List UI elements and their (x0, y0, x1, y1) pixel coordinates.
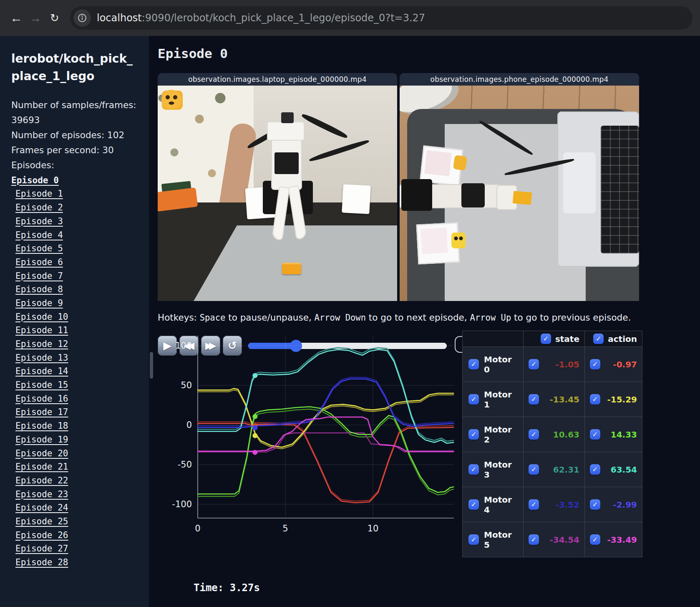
list-item: Episode 11 (11, 324, 136, 337)
episodes-label: Episodes: (11, 158, 136, 173)
hotkeys-mid2: to go to next episode, (366, 312, 470, 323)
episode-link[interactable]: Episode 5 (11, 243, 63, 253)
action-checkbox[interactable]: ✓ (590, 394, 600, 405)
action-checkbox[interactable]: ✓ (590, 429, 600, 440)
info-icon[interactable] (73, 9, 91, 27)
list-item: Episode 6 (11, 255, 136, 269)
motor-row-checkbox[interactable]: ✓ (468, 429, 479, 440)
time-cursor-dot (252, 433, 257, 438)
list-item: Episode 7 (11, 269, 136, 283)
state-checkbox[interactable]: ✓ (529, 464, 539, 475)
smiley-card (342, 184, 370, 214)
motor-row-checkbox[interactable]: ✓ (468, 394, 479, 405)
action-checkbox[interactable]: ✓ (590, 359, 600, 369)
episode-link[interactable]: Episode 9 (11, 298, 63, 308)
episode-link[interactable]: Episode 28 (11, 557, 68, 567)
state-value: -34.54 (549, 535, 579, 545)
episode-link[interactable]: Episode 24 (11, 503, 68, 513)
list-item: Episode 1 (11, 187, 136, 201)
video-label-phone: observation.images.phone_episode_000000.… (400, 73, 639, 86)
episode-link[interactable]: Episode 13 (11, 353, 68, 363)
state-column-checkbox[interactable]: ✓ (541, 334, 551, 344)
motor-label: Motor 2 (484, 425, 520, 445)
stat-fps: Frames per second: 30 (11, 143, 136, 158)
chart-line-action (198, 423, 453, 503)
page-title: Episode 0 (158, 46, 228, 61)
state-checkbox[interactable]: ✓ (529, 499, 539, 510)
episode-link[interactable]: Episode 18 (11, 421, 68, 431)
scrollbar-thumb[interactable] (150, 352, 153, 379)
hotkeys-suffix: to go to previous episode. (511, 312, 631, 323)
action-value: 14.33 (611, 430, 637, 440)
episode-link[interactable]: Episode 17 (11, 407, 68, 417)
header-state: ✓state (524, 331, 585, 347)
url-host: localhost (97, 12, 142, 24)
motor-row-checkbox[interactable]: ✓ (468, 534, 479, 545)
state-checkbox[interactable]: ✓ (529, 359, 539, 369)
x-tick-label: 0 (195, 524, 200, 534)
address-bar[interactable]: localhost:9090/lerobot/koch_pick_place_1… (70, 6, 692, 30)
state-checkbox[interactable]: ✓ (529, 534, 539, 545)
episode-link[interactable]: Episode 0 (11, 175, 59, 185)
motor-label: Motor 4 (484, 495, 520, 515)
motor-row-checkbox[interactable]: ✓ (468, 464, 479, 475)
action-checkbox[interactable]: ✓ (590, 499, 600, 510)
motor-chart: 100500-50-1000510 Time: 3.27s (158, 328, 456, 607)
episode-link[interactable]: Episode 20 (11, 448, 68, 458)
episode-link[interactable]: Episode 22 (11, 475, 68, 486)
url-text: localhost:9090/lerobot/koch_pick_place_1… (97, 12, 425, 24)
motor-row-checkbox[interactable]: ✓ (468, 499, 479, 510)
robot-joint (401, 179, 432, 211)
episode-link[interactable]: Episode 14 (11, 366, 68, 376)
white-box-inside (421, 228, 448, 254)
episode-link[interactable]: Episode 6 (11, 257, 63, 267)
state-value: 10.63 (553, 430, 579, 440)
episode-link[interactable]: Episode 8 (11, 284, 63, 294)
episode-link[interactable]: Episode 1 (11, 189, 63, 199)
white-box-inside (424, 150, 452, 176)
list-item: Episode 25 (11, 515, 136, 529)
episode-link[interactable]: Episode 4 (11, 230, 63, 240)
episode-link[interactable]: Episode 19 (11, 435, 68, 445)
action-checkbox[interactable]: ✓ (590, 534, 600, 545)
state-checkbox[interactable]: ✓ (529, 394, 539, 405)
episode-link[interactable]: Episode 27 (11, 544, 68, 554)
forward-icon[interactable]: → (26, 8, 45, 28)
stat-episodes: Number of episodes: 102 (11, 128, 136, 143)
list-item: Episode 8 (11, 283, 136, 296)
state-checkbox[interactable]: ✓ (529, 429, 539, 440)
back-icon[interactable]: ← (7, 8, 26, 28)
episode-link[interactable]: Episode 11 (11, 325, 68, 335)
episode-link[interactable]: Episode 2 (11, 202, 63, 212)
episode-link[interactable]: Episode 25 (11, 516, 68, 526)
episode-link[interactable]: Episode 7 (11, 271, 63, 281)
episode-link[interactable]: Episode 3 (11, 216, 63, 226)
hotkey-arrow-up: Arrow Up (470, 313, 511, 323)
header-empty (463, 331, 524, 347)
episode-link[interactable]: Episode 21 (11, 462, 68, 472)
header-action: ✓action (585, 331, 642, 347)
orange-lego-brick (282, 263, 301, 274)
action-column-checkbox[interactable]: ✓ (593, 334, 604, 344)
emoji-sticker (453, 155, 467, 171)
table-row: ✓Motor 1✓-13.45✓-15.29 (463, 382, 642, 417)
list-item: Episode 12 (11, 337, 136, 351)
laptop-keyboard (601, 126, 639, 253)
motor-row-checkbox[interactable]: ✓ (468, 359, 479, 369)
episode-link[interactable]: Episode 10 (11, 312, 68, 322)
action-value: -33.49 (607, 535, 637, 545)
episode-link[interactable]: Episode 12 (11, 339, 68, 349)
x-tick-label: 10 (368, 524, 379, 534)
time-cursor-dot (252, 414, 257, 419)
episode-link[interactable]: Episode 26 (11, 530, 68, 540)
action-checkbox[interactable]: ✓ (590, 464, 600, 475)
list-item: Episode 18 (11, 419, 136, 433)
episode-link[interactable]: Episode 16 (11, 394, 68, 404)
chart-line-state (198, 433, 453, 452)
dataset-stats: Number of samples/frames: 39693 Number o… (11, 98, 136, 172)
state-value: -13.45 (549, 395, 579, 405)
action-value: -0.97 (613, 359, 637, 369)
episode-link[interactable]: Episode 15 (11, 380, 68, 390)
reload-icon[interactable]: ↻ (45, 8, 64, 28)
episode-link[interactable]: Episode 23 (11, 489, 68, 499)
